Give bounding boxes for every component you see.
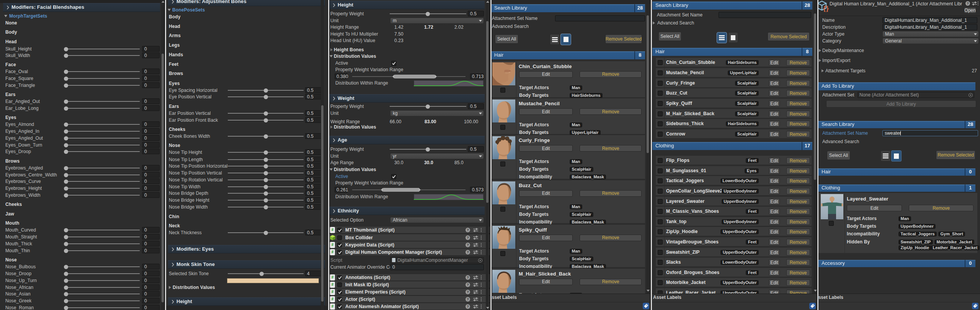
- svg-text:{}: {}: [823, 4, 829, 12]
